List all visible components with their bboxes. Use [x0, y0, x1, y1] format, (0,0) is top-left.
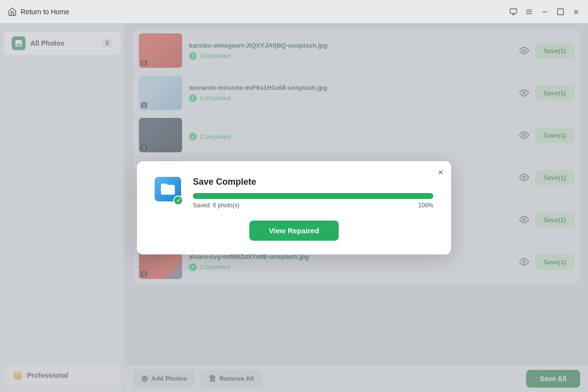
checkmark-badge: ✓: [173, 196, 183, 205]
modal-header: ✓ Save Complete Saved: 6 photo(s) 100%: [155, 177, 433, 209]
progress-bar-bg: [193, 193, 433, 199]
close-icon[interactable]: [572, 8, 580, 16]
folder-save-icon: [160, 181, 176, 197]
svg-rect-0: [510, 9, 516, 13]
modal-title-area: Save Complete Saved: 6 photo(s) 100%: [193, 177, 433, 209]
progress-bar-fill: [193, 193, 433, 199]
titlebar: Return to Home: [0, 0, 588, 24]
modal-close-button[interactable]: ×: [438, 168, 443, 177]
save-complete-modal: × ✓ Save Complete Saved: 6 photo(s) 100%: [137, 161, 451, 254]
modal-footer: View Repaired: [155, 221, 433, 241]
modal-title: Save Complete: [193, 177, 433, 187]
home-icon: [8, 7, 17, 16]
monitor-icon[interactable]: [509, 8, 517, 16]
menu-icon[interactable]: [525, 8, 533, 16]
progress-pct: 100%: [418, 202, 433, 209]
minimize-icon[interactable]: [541, 8, 549, 16]
saved-text: Saved: 6 photo(s): [193, 202, 240, 209]
titlebar-left: Return to Home: [8, 7, 69, 16]
svg-rect-7: [558, 9, 563, 15]
modal-icon: ✓: [155, 177, 184, 206]
titlebar-controls: [509, 8, 580, 16]
maximize-icon[interactable]: [557, 8, 564, 16]
progress-info: Saved: 6 photo(s) 100%: [193, 202, 433, 209]
view-repaired-button[interactable]: View Repaired: [249, 221, 339, 241]
home-label[interactable]: Return to Home: [21, 8, 69, 16]
modal-overlay: × ✓ Save Complete Saved: 6 photo(s) 100%: [0, 24, 588, 392]
